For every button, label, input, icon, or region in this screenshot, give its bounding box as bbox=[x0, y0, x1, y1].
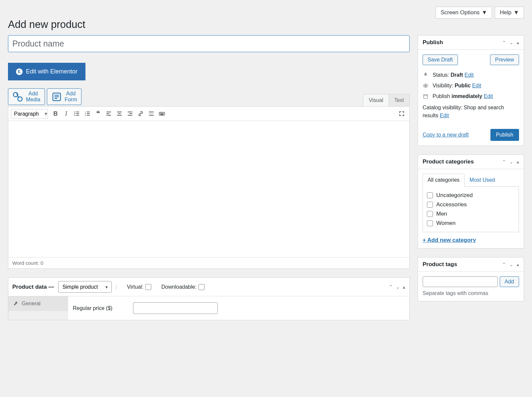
add-new-category-link[interactable]: + Add new category bbox=[423, 237, 476, 244]
category-item: Women bbox=[427, 219, 515, 228]
panel-up-icon[interactable]: ⌃ bbox=[389, 284, 393, 290]
page-title: Add new product bbox=[8, 19, 524, 31]
edit-catalog-link[interactable]: Edit bbox=[440, 113, 449, 118]
tags-hint: Separate tags with commas bbox=[423, 290, 519, 296]
svg-point-32 bbox=[161, 113, 161, 113]
bold-button[interactable]: B bbox=[51, 109, 61, 119]
svg-rect-23 bbox=[117, 115, 122, 116]
tab-general-label: General bbox=[22, 301, 41, 307]
publish-title: Publish bbox=[423, 39, 502, 46]
svg-rect-20 bbox=[106, 115, 111, 116]
category-checkbox[interactable] bbox=[427, 202, 433, 208]
wrench-icon bbox=[13, 301, 18, 306]
tags-input[interactable] bbox=[423, 276, 498, 287]
svg-point-10 bbox=[74, 115, 75, 116]
media-icon bbox=[12, 91, 23, 102]
bullet-list-button[interactable] bbox=[72, 109, 82, 119]
svg-rect-9 bbox=[76, 113, 79, 114]
copy-to-draft-link[interactable]: Copy to a new draft bbox=[423, 132, 469, 138]
chevron-down-icon: ▼ bbox=[513, 9, 519, 16]
category-item: Men bbox=[427, 209, 515, 219]
tab-all-categories[interactable]: All categories bbox=[423, 174, 465, 187]
help-label: Help bbox=[500, 9, 511, 16]
elementor-label: Edit with Elementor bbox=[26, 68, 77, 75]
svg-point-8 bbox=[74, 113, 75, 114]
edit-visibility-link[interactable]: Edit bbox=[472, 83, 481, 88]
editor-footer: Word count: 0 bbox=[8, 257, 409, 268]
link-button[interactable] bbox=[136, 109, 146, 119]
align-center-button[interactable] bbox=[114, 109, 124, 119]
svg-point-6 bbox=[74, 112, 75, 113]
svg-point-33 bbox=[162, 113, 162, 113]
align-left-button[interactable] bbox=[104, 109, 114, 119]
eye-icon bbox=[423, 83, 429, 89]
publish-panel: Publish ⌃ ⌄ ▴ Save Draft Preview Status:… bbox=[418, 35, 524, 146]
svg-rect-24 bbox=[128, 112, 132, 112]
product-type-select[interactable]: Simple product bbox=[58, 281, 112, 293]
add-form-button[interactable]: Add Form bbox=[47, 88, 81, 105]
calendar-icon bbox=[423, 93, 429, 99]
chevron-down-icon: ▼ bbox=[481, 9, 487, 16]
svg-text:3: 3 bbox=[85, 114, 86, 116]
category-item: Uncategorized bbox=[427, 191, 515, 200]
svg-rect-15 bbox=[87, 113, 90, 114]
add-media-button[interactable]: Add Media bbox=[8, 88, 45, 105]
edit-status-link[interactable]: Edit bbox=[465, 72, 474, 78]
panel-down-icon[interactable]: ⌄ bbox=[509, 262, 513, 267]
align-right-button[interactable] bbox=[125, 109, 135, 119]
svg-rect-27 bbox=[149, 112, 154, 112]
category-list: Uncategorized Accessories Men Women bbox=[423, 186, 519, 232]
downloadable-label: Downloadable: bbox=[161, 284, 204, 290]
svg-rect-19 bbox=[106, 113, 109, 114]
editor-content[interactable] bbox=[8, 121, 409, 257]
panel-collapse-icon[interactable]: ▴ bbox=[517, 40, 519, 45]
publish-button[interactable]: Publish bbox=[490, 129, 519, 141]
category-item: Accessories bbox=[427, 200, 515, 209]
italic-button[interactable]: I bbox=[61, 109, 71, 119]
virtual-label: Virtual: bbox=[127, 284, 152, 290]
panel-collapse-icon[interactable]: ▴ bbox=[517, 159, 519, 164]
panel-up-icon[interactable]: ⌃ bbox=[502, 159, 506, 164]
edit-with-elementor-button[interactable]: E Edit with Elementor bbox=[8, 63, 85, 80]
panel-down-icon[interactable]: ⌄ bbox=[396, 284, 400, 290]
category-checkbox[interactable] bbox=[427, 220, 433, 226]
insert-more-button[interactable] bbox=[146, 109, 156, 119]
tab-most-used[interactable]: Most Used bbox=[465, 174, 500, 186]
svg-rect-22 bbox=[118, 113, 121, 114]
panel-up-icon[interactable]: ⌃ bbox=[502, 40, 506, 45]
keyboard-button[interactable] bbox=[157, 109, 167, 119]
svg-rect-26 bbox=[128, 115, 132, 116]
panel-down-icon[interactable]: ⌄ bbox=[509, 159, 513, 164]
format-select[interactable]: Paragraph bbox=[11, 109, 48, 119]
svg-rect-7 bbox=[76, 112, 79, 112]
virtual-checkbox[interactable] bbox=[145, 284, 151, 290]
editor-tab-visual[interactable]: Visual bbox=[363, 94, 389, 106]
add-tag-button[interactable]: Add bbox=[500, 276, 519, 287]
screen-options-button[interactable]: Screen Options ▼ bbox=[436, 7, 492, 19]
editor-tab-text[interactable]: Text bbox=[389, 94, 410, 106]
edit-publish-link[interactable]: Edit bbox=[484, 93, 493, 99]
downloadable-checkbox[interactable] bbox=[199, 284, 204, 290]
editor-toolbar: Paragraph B I 123 ❝ bbox=[8, 107, 409, 121]
fullscreen-button[interactable] bbox=[397, 109, 407, 119]
regular-price-input[interactable] bbox=[133, 302, 218, 314]
preview-button[interactable]: Preview bbox=[490, 54, 519, 65]
tags-panel: Product tags ⌃ ⌄ ▴ Add Separate tags wit… bbox=[418, 257, 524, 301]
panel-collapse-icon[interactable]: ▴ bbox=[517, 262, 519, 267]
tab-general[interactable]: General bbox=[8, 296, 68, 311]
svg-rect-25 bbox=[129, 113, 132, 114]
category-checkbox[interactable] bbox=[427, 192, 433, 198]
category-checkbox[interactable] bbox=[427, 211, 433, 217]
panel-collapse-icon[interactable]: ▴ bbox=[403, 284, 405, 290]
pin-icon bbox=[423, 72, 429, 78]
product-name-input[interactable] bbox=[8, 35, 410, 52]
blockquote-button[interactable]: ❝ bbox=[93, 109, 103, 119]
svg-rect-17 bbox=[87, 115, 90, 116]
screen-options-label: Screen Options bbox=[441, 9, 479, 16]
numbered-list-button[interactable]: 123 bbox=[82, 109, 92, 119]
product-data-panel: Product data — Simple product | Virtual:… bbox=[8, 277, 410, 320]
panel-down-icon[interactable]: ⌄ bbox=[509, 40, 513, 45]
help-button[interactable]: Help ▼ bbox=[495, 7, 524, 19]
panel-up-icon[interactable]: ⌃ bbox=[502, 262, 506, 267]
save-draft-button[interactable]: Save Draft bbox=[423, 54, 458, 65]
